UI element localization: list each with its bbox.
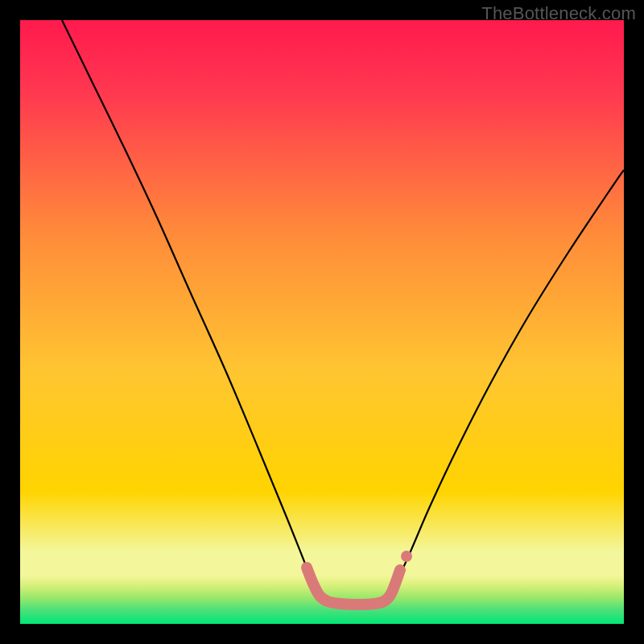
gradient-background xyxy=(20,20,624,624)
chart-canvas xyxy=(20,20,624,624)
plot-area xyxy=(20,20,624,624)
chart-frame: TheBottleneck.com xyxy=(0,0,644,644)
marker-dot xyxy=(401,551,412,562)
watermark-text: TheBottleneck.com xyxy=(481,3,636,24)
